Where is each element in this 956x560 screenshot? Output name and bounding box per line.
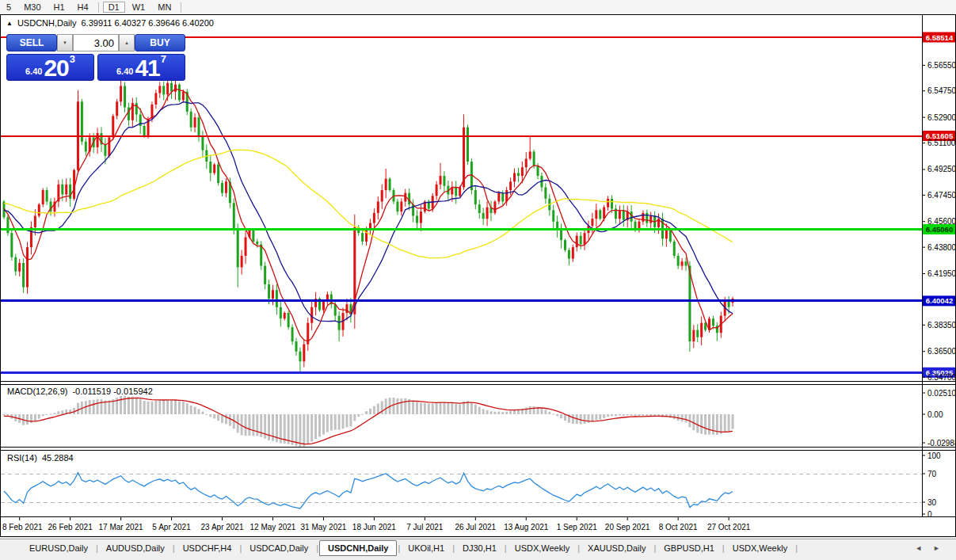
svg-text:6.38350: 6.38350 bbox=[927, 321, 955, 330]
macd-values: -0.011519 -0.015942 bbox=[72, 387, 152, 396]
one-click-trade-panel: SELL ▼ 3.00 ▲ BUY 6.40 20 3 6.40 41 bbox=[6, 34, 185, 81]
date-axis: 8 Feb 202126 Feb 202117 Mar 20215 Apr 20… bbox=[2, 517, 751, 531]
sell-price-prefix: 6.40 bbox=[25, 67, 42, 76]
timeframe-button-w1[interactable]: W1 bbox=[127, 2, 151, 13]
rsi-pane: 10070300 bbox=[1, 451, 941, 519]
sell-price-pip: 3 bbox=[70, 53, 75, 65]
chart-tab-bar: EURUSD,Daily|AUDUSD,Daily|USDCHF,H4|USDC… bbox=[0, 539, 956, 556]
tab-scroll-right-icon[interactable]: ► bbox=[933, 544, 940, 552]
svg-text:1 Sep 2021: 1 Sep 2021 bbox=[557, 523, 598, 531]
sell-price-box[interactable]: 6.40 20 3 bbox=[6, 54, 94, 81]
svg-text:0.025108: 0.025108 bbox=[927, 389, 955, 398]
chart-tab-usdchf-h4[interactable]: USDCHF,H4 bbox=[176, 542, 239, 554]
timeframe-button-mn[interactable]: MN bbox=[152, 2, 177, 13]
macd-name: MACD(12,26,9) bbox=[7, 387, 67, 396]
svg-text:18 Jun 2021: 18 Jun 2021 bbox=[352, 523, 396, 531]
chart-tab-audusd-daily[interactable]: AUDUSD,Daily bbox=[99, 542, 172, 554]
svg-text:0.00: 0.00 bbox=[927, 410, 943, 419]
svg-text:6.56550: 6.56550 bbox=[927, 61, 955, 70]
timeframe-button-h1[interactable]: H1 bbox=[48, 2, 70, 13]
chart-title: ▲ USDCNH,Daily 6.39911 6.40327 6.39646 6… bbox=[6, 18, 214, 28]
ma-slow bbox=[4, 150, 733, 258]
svg-text:26 Jul 2021: 26 Jul 2021 bbox=[455, 523, 496, 531]
svg-text:8 Oct 2021: 8 Oct 2021 bbox=[659, 523, 698, 531]
svg-text:12 May 2021: 12 May 2021 bbox=[250, 523, 296, 531]
timeframe-button-5[interactable]: 5 bbox=[1, 2, 17, 13]
toolbar-separator bbox=[98, 2, 99, 13]
chart-tab-ukoil-h1[interactable]: UKOil,H1 bbox=[401, 542, 451, 554]
svg-text:20 Sep 2021: 20 Sep 2021 bbox=[605, 523, 650, 531]
chart-tab-usdx-weekly[interactable]: USDX,Weekly bbox=[726, 542, 794, 554]
svg-text:6.51100: 6.51100 bbox=[927, 139, 955, 147]
svg-text:6.45060: 6.45060 bbox=[926, 225, 953, 234]
sell-button[interactable]: SELL bbox=[6, 34, 57, 51]
svg-text:6.43800: 6.43800 bbox=[927, 243, 955, 252]
svg-text:26 Feb 2021: 26 Feb 2021 bbox=[48, 523, 93, 531]
tab-scroll-left-icon[interactable]: ◄ bbox=[915, 544, 922, 552]
chart-tab-usdx-weekly[interactable]: USDX,Weekly bbox=[508, 542, 577, 554]
svg-text:6.36500: 6.36500 bbox=[927, 347, 955, 356]
chart-tab-eurusd-daily[interactable]: EURUSD,Daily bbox=[22, 542, 95, 554]
svg-text:100: 100 bbox=[927, 451, 941, 460]
rsi-value: 45.2884 bbox=[42, 453, 74, 463]
volume-increase-button[interactable]: ▲ bbox=[119, 34, 135, 51]
volume-decrease-button[interactable]: ▼ bbox=[57, 34, 73, 51]
svg-text:30: 30 bbox=[927, 498, 937, 507]
collapse-chart-icon[interactable]: ▲ bbox=[6, 20, 13, 27]
tab-scroll-arrows: ◄► bbox=[915, 544, 940, 552]
trading-terminal: 5M30H1H4D1W1MN 0.0251080.00-0.0298831007… bbox=[0, 0, 956, 560]
svg-text:6.41950: 6.41950 bbox=[927, 269, 955, 278]
macd-indicator-label: MACD(12,26,9) -0.011519 -0.015942 bbox=[7, 387, 153, 396]
svg-text:5 Apr 2021: 5 Apr 2021 bbox=[152, 523, 191, 531]
ohlc-quotes: 6.39911 6.40327 6.39646 6.40200 bbox=[81, 18, 213, 28]
symbol-period-label: USDCNH,Daily bbox=[17, 18, 77, 28]
timeframe-button-m30[interactable]: M30 bbox=[18, 2, 46, 13]
chart-canvas[interactable]: 0.0251080.00-0.029883100703006.585146.51… bbox=[1, 15, 955, 536]
chart-tab-usdcnh-daily[interactable]: USDCNH,Daily bbox=[319, 540, 397, 556]
timeframe-toolbar: 5M30H1H4D1W1MN bbox=[0, 0, 956, 15]
spinner-down-icon: ▼ bbox=[63, 40, 67, 45]
rsi-name: RSI(14) bbox=[7, 453, 37, 463]
svg-text:6.45600: 6.45600 bbox=[927, 217, 955, 226]
svg-text:31 May 2021: 31 May 2021 bbox=[301, 523, 347, 531]
buy-button[interactable]: BUY bbox=[135, 34, 185, 51]
svg-text:0: 0 bbox=[927, 510, 932, 519]
spinner-up-icon: ▲ bbox=[124, 40, 129, 45]
svg-text:8 Feb 2021: 8 Feb 2021 bbox=[2, 523, 43, 531]
chart-tab-gbpusd-h1[interactable]: GBPUSD,H1 bbox=[657, 542, 722, 554]
toolbar-separator bbox=[181, 2, 181, 13]
macd-pane: 0.0251080.00-0.029883 bbox=[3, 389, 956, 448]
svg-text:27 Oct 2021: 27 Oct 2021 bbox=[707, 523, 751, 531]
buy-price-main: 41 bbox=[135, 57, 159, 79]
svg-text:6.40042: 6.40042 bbox=[926, 296, 953, 305]
svg-text:-0.029883: -0.029883 bbox=[927, 439, 955, 448]
price-pane bbox=[1, 37, 922, 372]
svg-text:6.54750: 6.54750 bbox=[927, 86, 955, 95]
sell-price-main: 20 bbox=[44, 57, 68, 79]
timeframe-button-h4[interactable]: H4 bbox=[72, 2, 94, 13]
buy-price-prefix: 6.40 bbox=[116, 67, 133, 76]
svg-text:13 Aug 2021: 13 Aug 2021 bbox=[504, 523, 549, 531]
rsi-indicator-label: RSI(14) 45.2884 bbox=[7, 453, 74, 463]
rsi-line bbox=[4, 473, 733, 509]
svg-text:17 Mar 2021: 17 Mar 2021 bbox=[99, 523, 144, 531]
svg-text:6.49250: 6.49250 bbox=[927, 165, 955, 173]
volume-input[interactable]: 3.00 bbox=[73, 34, 119, 51]
svg-text:7 Jul 2021: 7 Jul 2021 bbox=[406, 523, 444, 531]
svg-text:6.47450: 6.47450 bbox=[927, 191, 955, 200]
chart-tab-usdcad-daily[interactable]: USDCAD,Daily bbox=[242, 542, 315, 554]
chart-tab-dj30-h1[interactable]: DJ30,H1 bbox=[455, 542, 504, 554]
chart-tab-xauusd-daily[interactable]: XAUUSD,Daily bbox=[581, 542, 653, 554]
chart-window[interactable]: 0.0251080.00-0.029883100703006.585146.51… bbox=[0, 14, 956, 537]
svg-text:6.52900: 6.52900 bbox=[927, 113, 955, 122]
svg-text:70: 70 bbox=[927, 470, 937, 478]
buy-price-box[interactable]: 6.40 41 7 bbox=[97, 54, 185, 81]
tab-separator: | bbox=[794, 543, 798, 553]
svg-text:6.58514: 6.58514 bbox=[926, 33, 954, 42]
svg-text:6.34700: 6.34700 bbox=[927, 373, 955, 382]
svg-text:23 Apr 2021: 23 Apr 2021 bbox=[201, 523, 244, 531]
timeframe-button-d1[interactable]: D1 bbox=[103, 2, 125, 13]
buy-price-pip: 7 bbox=[161, 53, 166, 65]
